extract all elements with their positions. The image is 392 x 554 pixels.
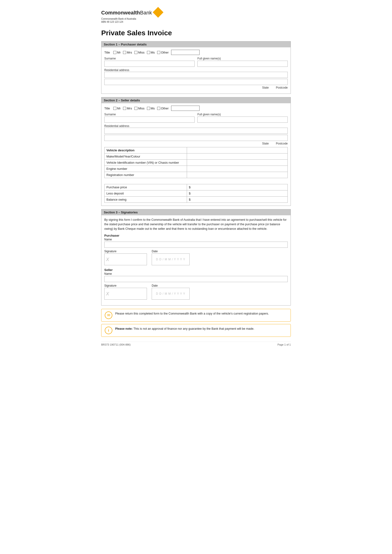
purchase-price-input[interactable] <box>191 186 279 189</box>
section1-name-row: Surname Full given name(s) <box>104 57 288 67</box>
ms-checkbox[interactable] <box>147 51 150 54</box>
vin-input[interactable] <box>189 161 286 164</box>
s2-mrs-checkbox[interactable] <box>123 107 126 110</box>
section1-address-input[interactable] <box>104 72 288 78</box>
vehicle-description-value[interactable] <box>187 147 287 153</box>
section3: Section 3 – Signatories By signing this … <box>101 209 291 305</box>
mr-checkbox[interactable] <box>113 51 116 54</box>
notice-2: i Please note: This is not an approval o… <box>101 324 291 337</box>
section2-postcode-label: Postcode <box>276 142 288 145</box>
vehicle-row-2-value[interactable] <box>187 166 287 172</box>
section2-header: Section 2 – Seller details <box>101 97 291 103</box>
footer: BR373 190711 (004-886) Page 1 of 1 <box>101 341 291 346</box>
section2-givenname-label: Full given name(s) <box>197 113 288 116</box>
s2-miss-checkbox[interactable] <box>134 107 137 110</box>
seller-date-box[interactable]: D D / M M / Y Y Y Y <box>152 288 189 300</box>
section1-address-input2[interactable] <box>104 79 288 85</box>
purchaser-section: Purchaser Name Signature X Date D D / M … <box>104 234 288 265</box>
s2-other-checkbox[interactable] <box>157 107 160 110</box>
section2-ms[interactable]: Ms <box>147 107 155 110</box>
section1-other-input[interactable] <box>171 50 200 55</box>
section1-ms[interactable]: Ms <box>147 51 155 54</box>
section1-address-label: Residential address <box>104 69 129 72</box>
section1-address: Residential address State Postcode <box>104 68 288 89</box>
section1-surname-input[interactable] <box>104 61 195 67</box>
section2-state-label: State <box>262 142 269 145</box>
seller-sig-box[interactable]: X <box>104 288 147 300</box>
section2-state-item: State <box>262 142 269 145</box>
brand-light: Bank <box>140 10 152 16</box>
mrs-checkbox[interactable] <box>123 51 126 54</box>
seller-name-input[interactable] <box>104 276 288 282</box>
section2-title-label: Title <box>104 107 110 110</box>
section1-mr[interactable]: Mr <box>113 51 121 54</box>
section1-givenname-col: Full given name(s) <box>197 57 288 67</box>
section2-mr[interactable]: Mr <box>113 107 121 110</box>
section2-address-input[interactable] <box>104 128 288 134</box>
other-checkbox[interactable] <box>157 51 160 54</box>
section1-state-label: State <box>262 86 269 89</box>
vehicle-row-1-label: Vehicle Identification number (VIN) or C… <box>105 160 187 166</box>
section2-other-input[interactable] <box>171 106 200 111</box>
purchaser-date-box[interactable]: D D / M M / Y Y Y Y <box>152 253 189 265</box>
diamond-icon <box>153 7 163 18</box>
envelope-icon: ✉ <box>105 312 112 319</box>
footer-ref: BR373 190711 (004-886) <box>101 343 131 346</box>
section2-givenname-input[interactable] <box>197 117 288 123</box>
miss-checkbox[interactable] <box>134 51 137 54</box>
section2-address-input2[interactable] <box>104 135 288 141</box>
section2-mrs[interactable]: Mrs <box>123 107 132 110</box>
vehicle-row-0-value[interactable] <box>187 153 287 160</box>
section1-state-postcode-row: State Postcode <box>104 86 288 89</box>
purchaser-sig-placeholder: X <box>106 257 109 262</box>
page-title: Private Sales Invoice <box>101 29 291 37</box>
seller-date-label: Date <box>152 284 189 287</box>
purchaser-sig-row: Signature X Date D D / M M / Y Y Y Y <box>104 250 288 265</box>
seller-date-col: Date D D / M M / Y Y Y Y <box>152 284 189 300</box>
less-deposit-value[interactable]: $ <box>187 190 287 197</box>
vehicle-row-0-label: Make/Model/Year/Colour <box>105 153 187 160</box>
seller-sig-placeholder: X <box>106 291 109 297</box>
s2-ms-checkbox[interactable] <box>147 107 150 110</box>
rego-input[interactable] <box>189 173 286 177</box>
section1: Section 1 – Purchaser details Title Mr M… <box>101 41 291 94</box>
balance-owing-value[interactable]: $ <box>187 197 287 203</box>
section1-postcode-item: Postcode <box>276 86 288 89</box>
section1-mrs[interactable]: Mrs <box>123 51 132 54</box>
seller-date-placeholder: D D / M M / Y Y Y Y <box>156 292 185 295</box>
vehicle-description-input[interactable] <box>189 148 286 152</box>
section2-other[interactable]: Other <box>157 107 169 110</box>
section2-surname-col: Surname <box>104 113 195 123</box>
purchaser-title: Purchaser <box>104 234 288 237</box>
balance-owing-input[interactable] <box>191 198 279 201</box>
purchase-price-value[interactable]: $ <box>187 184 287 190</box>
less-deposit-input[interactable] <box>191 192 279 195</box>
make-model-input[interactable] <box>189 155 286 158</box>
section2-state-postcode-row: State Postcode <box>104 142 288 145</box>
section2-givenname-col: Full given name(s) <box>197 113 288 123</box>
section1-miss[interactable]: Miss <box>134 51 145 54</box>
seller-title: Seller <box>104 268 288 272</box>
vehicle-row-1-value[interactable] <box>187 160 287 166</box>
purchaser-name-input[interactable] <box>104 242 288 248</box>
section2-miss[interactable]: Miss <box>134 107 145 110</box>
notice-2-body: This is not an approval of finance nor a… <box>133 327 254 330</box>
section1-givenname-input[interactable] <box>197 61 288 67</box>
purchaser-date-col: Date D D / M M / Y Y Y Y <box>152 250 189 265</box>
s2-mr-checkbox[interactable] <box>113 107 116 110</box>
section1-other[interactable]: Other <box>157 51 169 54</box>
notice-1: ✉ Please return this completed form to t… <box>101 309 291 322</box>
section2-surname-input[interactable] <box>104 117 195 123</box>
section1-title-label: Title <box>104 51 110 54</box>
notice-2-bold: Please note: <box>115 327 133 330</box>
section1-title-row: Title Mr Mrs Miss Ms Other <box>104 50 288 55</box>
section2-postcode-item: Postcode <box>276 142 288 145</box>
footer-page: Page 1 of 1 <box>278 343 291 346</box>
section2-name-row: Surname Full given name(s) <box>104 113 288 123</box>
purchaser-date-placeholder: D D / M M / Y Y Y Y <box>156 258 185 261</box>
vehicle-row-3-value[interactable] <box>187 172 287 178</box>
purchaser-sig-box[interactable]: X <box>104 253 147 265</box>
info-icon: i <box>105 327 112 334</box>
engine-input[interactable] <box>189 167 286 171</box>
section2-title-row: Title Mr Mrs Miss Ms Other <box>104 106 288 111</box>
